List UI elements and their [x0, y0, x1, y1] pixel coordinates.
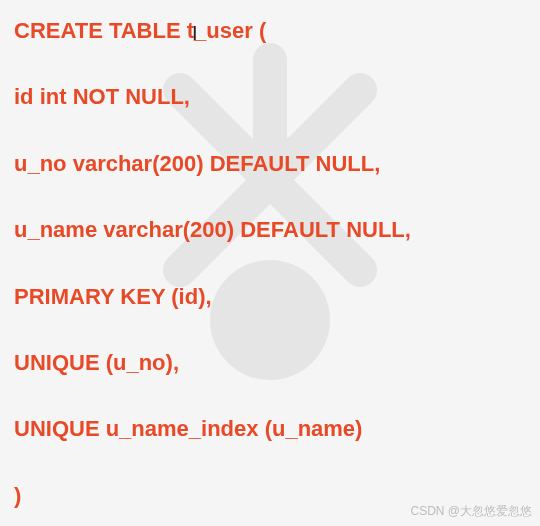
code-line: u_name varchar(200) DEFAULT NULL, [14, 217, 534, 243]
attribution-text: CSDN @大忽悠爱忽悠 [410, 503, 532, 520]
code-line: u_no varchar(200) DEFAULT NULL, [14, 151, 534, 177]
code-line: id int NOT NULL, [14, 84, 534, 110]
code-line: UNIQUE (u_no), [14, 350, 534, 376]
sql-code-block: CREATE TABLE t_user ( id int NOT NULL, u… [0, 0, 540, 526]
code-line: CREATE TABLE t_user ( [14, 18, 534, 44]
code-line: PRIMARY KEY (id), [14, 284, 534, 310]
code-line: UNIQUE u_name_index (u_name) [14, 416, 534, 442]
